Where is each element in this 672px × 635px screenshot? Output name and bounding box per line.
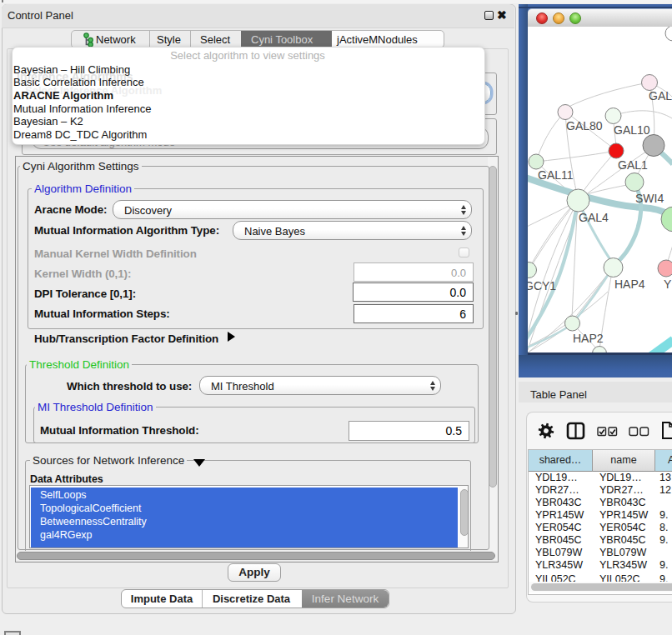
svg-text:GAL4: GAL4 <box>579 211 609 224</box>
svg-text:Y: Y <box>664 278 672 291</box>
svg-text:HAP2: HAP2 <box>573 332 604 345</box>
svg-text:SWI4: SWI4 <box>635 192 664 205</box>
svg-text:GAL1: GAL1 <box>618 158 648 172</box>
svg-text:GAL2: GAL2 <box>649 89 672 102</box>
svg-text:GAL80: GAL80 <box>566 119 603 132</box>
svg-text:GAL11: GAL11 <box>538 168 574 182</box>
svg-text:GCY1: GCY1 <box>528 279 556 292</box>
svg-text:HAP4: HAP4 <box>614 278 645 291</box>
svg-text:GAL10: GAL10 <box>614 123 650 137</box>
